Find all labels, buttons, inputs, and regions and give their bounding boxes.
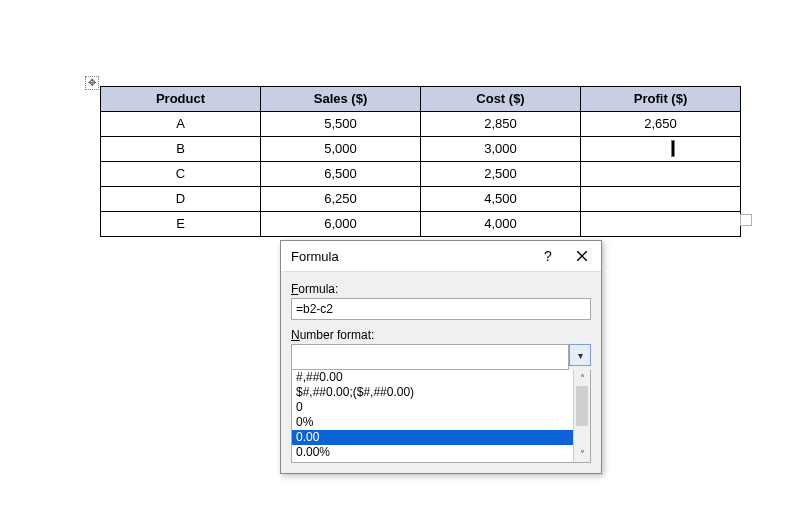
cell-profit[interactable] bbox=[581, 162, 741, 187]
scroll-down-button[interactable]: ˅ bbox=[574, 446, 590, 462]
cell-cost[interactable]: 4,500 bbox=[421, 187, 581, 212]
cell-sales[interactable]: 6,500 bbox=[261, 162, 421, 187]
number-format-option[interactable]: 0.00% bbox=[292, 445, 573, 460]
dialog-close-button[interactable] bbox=[565, 242, 599, 270]
number-format-option[interactable]: #,##0.00 bbox=[292, 370, 573, 385]
cell-cost[interactable]: 2,850 bbox=[421, 112, 581, 137]
product-table: Product Sales ($) Cost ($) Profit ($) A … bbox=[100, 86, 741, 237]
dialog-titlebar[interactable]: Formula ? bbox=[281, 241, 601, 272]
cell-product[interactable]: E bbox=[101, 212, 261, 237]
number-format-option[interactable]: $#,##0.00;($#,##0.00) bbox=[292, 385, 573, 400]
cell-product[interactable]: B bbox=[101, 137, 261, 162]
dialog-title: Formula bbox=[291, 249, 531, 264]
scroll-thumb[interactable] bbox=[576, 386, 588, 426]
col-header-sales[interactable]: Sales ($) bbox=[261, 87, 421, 112]
cell-sales[interactable]: 5,000 bbox=[261, 137, 421, 162]
number-format-option[interactable]: 0.00 bbox=[292, 430, 573, 445]
number-format-option[interactable]: 0% bbox=[292, 415, 573, 430]
cell-profit-active[interactable] bbox=[581, 137, 741, 162]
help-icon: ? bbox=[544, 248, 552, 264]
cell-sales[interactable]: 6,000 bbox=[261, 212, 421, 237]
cell-sales[interactable]: 6,250 bbox=[261, 187, 421, 212]
col-header-profit[interactable]: Profit ($) bbox=[581, 87, 741, 112]
table-resize-handle[interactable] bbox=[740, 214, 752, 226]
cell-product[interactable]: C bbox=[101, 162, 261, 187]
table-row: B 5,000 3,000 bbox=[101, 137, 741, 162]
col-header-cost[interactable]: Cost ($) bbox=[421, 87, 581, 112]
cell-cost[interactable]: 4,000 bbox=[421, 212, 581, 237]
number-format-input[interactable] bbox=[291, 344, 569, 370]
cell-product[interactable]: D bbox=[101, 187, 261, 212]
text-cursor bbox=[671, 140, 675, 157]
cell-profit[interactable] bbox=[581, 187, 741, 212]
cell-cost[interactable]: 2,500 bbox=[421, 162, 581, 187]
dialog-help-button[interactable]: ? bbox=[531, 242, 565, 270]
number-format-scrollbar[interactable]: ˄ ˅ bbox=[573, 370, 590, 462]
cell-profit[interactable]: 2,650 bbox=[581, 112, 741, 137]
table-row: D 6,250 4,500 bbox=[101, 187, 741, 212]
number-format-list: #,##0.00$#,##0.00;($#,##0.00)00%0.000.00… bbox=[291, 370, 591, 463]
number-format-dropdown-button[interactable]: ▾ bbox=[569, 344, 591, 366]
table-row: A 5,500 2,850 2,650 bbox=[101, 112, 741, 137]
formula-input[interactable] bbox=[291, 298, 591, 320]
cell-profit[interactable] bbox=[581, 212, 741, 237]
cell-product[interactable]: A bbox=[101, 112, 261, 137]
scroll-up-button[interactable]: ˄ bbox=[574, 370, 590, 386]
col-header-product[interactable]: Product bbox=[101, 87, 261, 112]
chevron-down-icon: ˅ bbox=[580, 449, 585, 460]
number-format-label: Number format: bbox=[291, 328, 591, 342]
table-row: E 6,000 4,000 bbox=[101, 212, 741, 237]
formula-dialog: Formula ? Formula: Number format: ▾ bbox=[280, 240, 602, 474]
chevron-down-icon: ▾ bbox=[578, 350, 583, 361]
chevron-up-icon: ˄ bbox=[580, 373, 585, 384]
cell-cost[interactable]: 3,000 bbox=[421, 137, 581, 162]
formula-label: Formula: bbox=[291, 282, 591, 296]
table-header-row: Product Sales ($) Cost ($) Profit ($) bbox=[101, 87, 741, 112]
table-move-anchor[interactable]: ✥ bbox=[85, 76, 99, 90]
cell-sales[interactable]: 5,500 bbox=[261, 112, 421, 137]
move-anchor-icon: ✥ bbox=[88, 78, 96, 88]
scroll-track[interactable] bbox=[574, 386, 590, 446]
number-format-option[interactable]: 0 bbox=[292, 400, 573, 415]
table-row: C 6,500 2,500 bbox=[101, 162, 741, 187]
close-icon bbox=[577, 251, 587, 261]
